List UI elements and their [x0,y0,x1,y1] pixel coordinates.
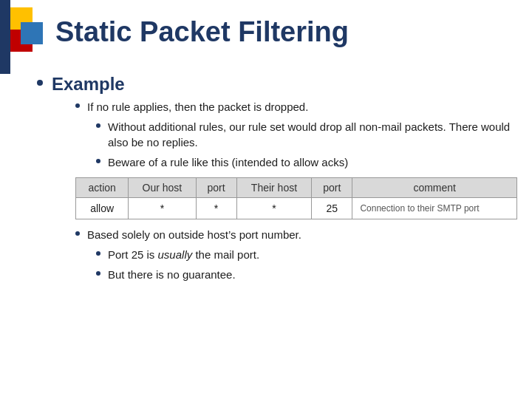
port25-prefix: Port 25 is [108,248,158,261]
col-their-host: Their host [236,178,312,198]
port25-suffix: the mail port. [192,248,259,261]
cell-port1: * [196,198,236,219]
sub-sub-dot-2 [96,159,100,163]
sub-sub-bullet-1: Without additional rules, our rule set w… [96,119,517,150]
example-sub-content: If no rule applies, then the packet is d… [75,99,517,282]
bullet2-sub-dot-2 [96,271,100,276]
packet-filter-table: action Our host port Their host port com… [75,177,517,219]
cell-action: allow [76,198,129,219]
slide: Static Packet Filtering Example If no ru… [0,0,532,399]
bullet2-sub-1: Port 25 is usually the mail port. [96,247,517,262]
sub-sub-bullet-2: Beware of a rule like this (intended to … [96,154,517,170]
table-row: allow * * * 25 Connection to their SMTP … [76,198,517,219]
bullet-dot-1 [37,80,43,86]
example-section: Example If no rule applies, then the pac… [37,74,517,287]
col-action: action [76,178,129,198]
accent-square-blue [21,22,43,44]
port25-italic: usually [158,248,193,261]
bullet2-sub-2: But there is no guarantee. [96,267,517,282]
sub-sub-content: Without additional rules, our rule set w… [96,119,517,170]
cell-comment: Connection to their SMTP port [352,198,517,219]
example-label: Example If no rule applies, then the pac… [52,74,517,287]
accent-bar [0,0,10,74]
cell-port2: 25 [312,198,352,219]
col-comment: comment [352,178,517,198]
cell-their-host: * [236,198,312,219]
slide-content: Example If no rule applies, then the pac… [37,74,517,293]
sub-bullet-1: If no rule applies, then the packet is d… [75,99,517,115]
cell-our-host: * [129,198,196,219]
col-port2: port [312,178,352,198]
table: action Our host port Their host port com… [75,177,517,219]
col-our-host: Our host [129,178,196,198]
sub-dot-1 [75,103,80,108]
sub-sub-dot-1 [96,123,100,128]
sub-bullet-2: Based solely on outside host’s port numb… [75,227,517,242]
sub-dot-2 [75,231,80,236]
bullet2-sub-dot-1 [96,251,100,256]
slide-title: Static Packet Filtering [55,16,349,48]
col-port1: port [196,178,236,198]
bullet2-sub-content: Port 25 is usually the mail port. But th… [96,247,517,282]
table-header-row: action Our host port Their host port com… [76,178,517,198]
